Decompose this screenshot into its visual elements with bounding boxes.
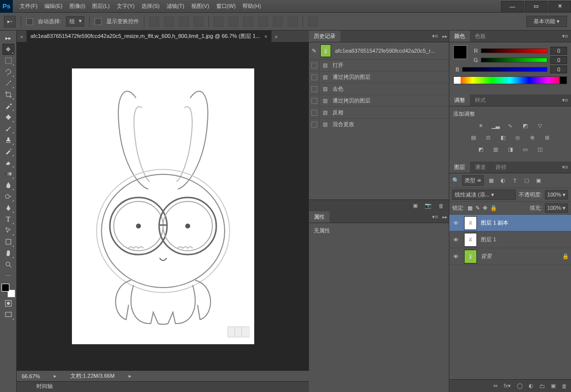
menu-image[interactable]: 图像(I) — [67, 0, 88, 12]
balance-icon[interactable]: ⚖ — [484, 133, 493, 141]
history-well[interactable] — [309, 60, 320, 71]
styles-tab[interactable]: 样式 — [470, 95, 491, 106]
adjustment-icon[interactable]: ◐ — [529, 383, 534, 389]
stamp-tool[interactable] — [2, 134, 14, 145]
filter-smart-icon[interactable]: ▣ — [534, 177, 543, 184]
zoom-arrow-icon[interactable]: ▸ — [54, 373, 57, 379]
eraser-tool[interactable] — [2, 157, 14, 168]
paths-tab[interactable]: 路径 — [491, 162, 511, 173]
pen-tool[interactable] — [2, 202, 14, 213]
b-value[interactable]: 0 — [550, 65, 567, 73]
path-select-tool[interactable] — [2, 225, 14, 236]
spectrum-bar[interactable] — [453, 76, 567, 84]
lasso-tool[interactable] — [2, 66, 14, 77]
link-icon[interactable]: ⇔ — [493, 383, 498, 389]
new-layer-icon[interactable]: ▣ — [551, 383, 556, 389]
invert-icon[interactable]: ◩ — [476, 145, 485, 153]
menu-filter[interactable]: 滤镜(T) — [164, 0, 187, 12]
brush-tool[interactable] — [2, 123, 14, 134]
exposure-icon[interactable]: ◩ — [521, 122, 530, 130]
mask-icon[interactable]: ◯ — [517, 383, 523, 389]
gradient-tool[interactable] — [2, 168, 14, 179]
document-tab[interactable]: afc1ea8376515472fe590fccd42a20c5_resize,… — [27, 31, 271, 42]
filter-type-icon[interactable]: T — [510, 178, 519, 184]
menu-select[interactable]: 选择(S) — [138, 0, 163, 12]
bw-icon[interactable]: ◧ — [499, 133, 507, 141]
layer-thumb[interactable]: 🐰 — [464, 250, 477, 263]
history-well[interactable] — [309, 83, 320, 95]
selective-icon[interactable]: ◫ — [536, 145, 544, 153]
menu-help[interactable]: 帮助(H) — [239, 0, 264, 12]
timeline-panel[interactable]: 时间轴 — [17, 381, 309, 392]
dodge-tool[interactable] — [2, 191, 14, 202]
healing-tool[interactable] — [2, 112, 14, 123]
mixer-icon[interactable]: ⊕ — [528, 133, 537, 141]
align-icon[interactable] — [308, 17, 318, 27]
panel-menu-icon[interactable]: ▾≡ — [429, 33, 441, 39]
filter-pixel-icon[interactable]: ▦ — [487, 177, 496, 184]
workspace-switcher[interactable]: 基本功能 ▾ — [526, 16, 567, 27]
brightness-icon[interactable]: ☀ — [476, 122, 485, 130]
posterize-icon[interactable]: ▥ — [491, 145, 500, 153]
opacity-value[interactable]: 100% ▾ — [545, 190, 568, 199]
zoom-level[interactable]: 66.67% — [22, 373, 40, 379]
align-icon[interactable] — [288, 17, 298, 27]
history-source[interactable]: ✎ 🐰 afc1ea8376515472fe590fccd42a20c5_r..… — [309, 42, 449, 60]
panel-menu-icon[interactable]: ▾≡ — [559, 164, 571, 170]
visibility-icon[interactable]: 👁 — [451, 254, 460, 260]
lock-pos-icon[interactable]: ✥ — [483, 205, 487, 211]
minimize-button[interactable]: — — [501, 1, 524, 12]
eyedropper-tool[interactable] — [2, 100, 14, 111]
tool-preset-icon[interactable]: ▸+ — [4, 16, 16, 28]
new-snapshot-icon[interactable]: ▣ — [413, 202, 418, 209]
panel-collapse-icon[interactable]: ▸▸ — [441, 33, 449, 39]
history-step[interactable]: ▥通过拷贝的图层 — [309, 71, 449, 83]
align-icon[interactable] — [214, 17, 224, 27]
panel-menu-icon[interactable]: ▾≡ — [559, 97, 571, 103]
r-slider[interactable] — [481, 48, 547, 53]
menu-layer[interactable]: 图层(L) — [89, 0, 112, 12]
expand-icon[interactable]: ▸▸ — [2, 33, 14, 43]
filter-type-dropdown[interactable]: 类型 ≑ — [462, 175, 484, 186]
magic-wand-tool[interactable] — [2, 78, 14, 89]
edit-toolbar-icon[interactable]: ⋯ — [2, 270, 14, 281]
crop-tool[interactable] — [2, 89, 14, 100]
levels-icon[interactable]: ▁▃ — [491, 122, 500, 130]
camera-icon[interactable]: 📷 — [425, 202, 432, 209]
layer-row[interactable]: 👁🐰背景🔒 — [449, 248, 571, 265]
maximize-button[interactable]: ▭ — [525, 1, 547, 12]
zoom-tool[interactable] — [2, 259, 14, 270]
align-icon[interactable] — [258, 17, 268, 27]
doc-size[interactable]: 文档:1.22M/3.66M — [70, 372, 114, 380]
blur-tool[interactable] — [2, 180, 14, 191]
menu-view[interactable]: 视图(V) — [188, 0, 212, 12]
delete-icon[interactable]: 🗑 — [562, 383, 567, 389]
filter-icon[interactable]: 🔍 — [452, 177, 459, 184]
lock-trans-icon[interactable]: ▩ — [468, 205, 472, 211]
history-well[interactable] — [309, 119, 320, 130]
channels-tab[interactable]: 通道 — [470, 162, 491, 173]
photo-filter-icon[interactable]: ◎ — [513, 133, 522, 141]
history-well[interactable] — [309, 95, 320, 106]
screenmode-tool[interactable] — [2, 309, 14, 320]
align-icon[interactable] — [179, 17, 189, 27]
tab-scroll-left-icon[interactable]: « — [17, 33, 27, 39]
menu-type[interactable]: 文字(Y) — [114, 0, 138, 12]
menu-window[interactable]: 窗口(W) — [213, 0, 239, 12]
adjustments-tab[interactable]: 调整 — [449, 95, 470, 106]
group-icon[interactable]: 🗀 — [539, 383, 545, 389]
r-value[interactable]: 0 — [550, 47, 567, 55]
threshold-icon[interactable]: ◨ — [506, 145, 515, 153]
align-icon[interactable] — [164, 17, 174, 27]
menu-file[interactable]: 文件(F) — [17, 0, 40, 12]
menu-edit[interactable]: 编辑(E) — [41, 0, 66, 12]
layers-tab[interactable]: 图层 — [449, 162, 470, 173]
type-tool[interactable]: T — [2, 214, 14, 225]
move-tool[interactable]: ✥ — [2, 44, 14, 55]
layer-row[interactable]: 👁🐰图层 1 — [449, 231, 571, 248]
quickmask-tool[interactable] — [2, 298, 14, 309]
blend-mode-dropdown[interactable]: 线性减淡 (添... ▾ — [452, 190, 516, 200]
history-step[interactable]: ▥去色 — [309, 83, 449, 95]
visibility-icon[interactable]: 👁 — [451, 237, 460, 243]
history-well[interactable] — [309, 107, 320, 118]
